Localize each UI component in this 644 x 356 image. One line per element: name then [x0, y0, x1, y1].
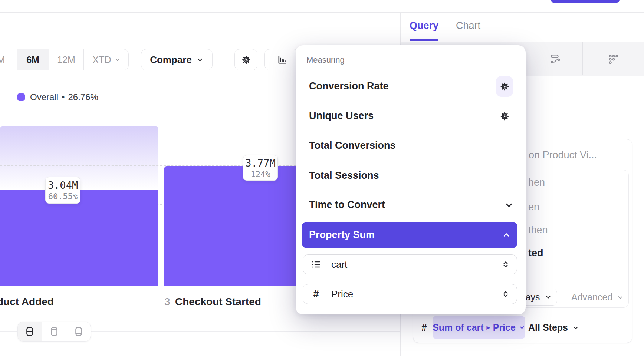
bar-chart-icon [277, 55, 287, 65]
step-number: 3 [164, 296, 170, 308]
tab-query[interactable]: Query [410, 20, 438, 32]
funnel-bar-product-added[interactable] [0, 190, 158, 286]
sort-chevrons-icon [501, 290, 510, 299]
chevron-down-icon[interactable] [504, 200, 514, 210]
hash-icon: # [310, 289, 322, 300]
funnel-value: 3.04M [48, 179, 78, 191]
topbar-divider [0, 12, 644, 13]
step-label-product-added: duct Added [0, 296, 54, 308]
legend-series-name: Overall [30, 92, 58, 102]
step-row-fragment: hen [528, 177, 545, 188]
chart-type-button[interactable] [264, 49, 299, 70]
sort-chevrons-icon [501, 260, 510, 269]
chevron-down-icon [545, 294, 552, 300]
primary-action-button[interactable] [551, 0, 620, 3]
panel-top-icon [49, 326, 60, 337]
advanced-button[interactable]: Advanced [571, 292, 624, 303]
metrics-view-button[interactable] [608, 53, 619, 65]
time-range-option-12m[interactable]: 12M [49, 49, 83, 70]
active-tab-indicator [410, 39, 438, 41]
layout-toggle-group [17, 322, 91, 342]
all-steps-label: All Steps [528, 322, 568, 333]
dot-grid-icon [608, 53, 619, 65]
time-range-label: M [0, 55, 5, 65]
time-range-label: 6M [26, 55, 39, 65]
gear-icon [500, 111, 510, 121]
legend-swatch [17, 93, 25, 101]
step-row-fragment: then [528, 224, 548, 236]
menu-item-conversion-rate[interactable]: Conversion Rate [309, 78, 389, 94]
chip-property-field: Price [493, 322, 516, 333]
compare-button[interactable]: Compare [141, 49, 213, 70]
step-label-checkout-started: Checkout Started [175, 296, 261, 308]
unique-users-settings-button[interactable] [496, 106, 513, 126]
chart-legend[interactable]: Overall • 26.76% [17, 92, 98, 102]
advanced-label: Advanced [571, 292, 612, 303]
chip-property-name: Sum of cart [433, 322, 484, 333]
excluded-step-title[interactable]: on Product Vi... [529, 149, 597, 161]
step-row-fragment: en [528, 201, 539, 213]
app-window: M 6M 12M XTD Compare [0, 0, 644, 356]
chevron-down-icon [114, 56, 121, 63]
funnel-value-tooltip[interactable]: 3.77M 124% [243, 155, 278, 181]
tab-chart[interactable]: Chart [456, 20, 480, 32]
gear-icon [500, 82, 510, 92]
chevron-down-icon [617, 294, 624, 301]
chip-separator: ▸ [487, 323, 490, 332]
time-range-label: 12M [57, 55, 75, 65]
time-range-label: XTD [93, 55, 111, 65]
time-range-option-m[interactable]: M [0, 49, 17, 70]
chart-settings-button[interactable] [234, 49, 257, 70]
chevron-up-icon [502, 231, 511, 240]
compare-label: Compare [150, 54, 192, 66]
all-steps-selector[interactable]: All Steps [528, 322, 579, 333]
measurement-type-glyph: # [421, 322, 427, 334]
property-sum-chip[interactable]: Sum of cart ▸ Price [433, 316, 525, 339]
dropdown-header: Measuring [306, 55, 345, 65]
time-range-segmented-control: M 6M 12M XTD [0, 49, 129, 70]
measuring-dropdown: Measuring Conversion Rate Unique Users [296, 45, 526, 314]
layout-panel-top-button[interactable] [42, 322, 66, 341]
panel-bottom-icon [73, 326, 84, 337]
funnel-value: 3.77M [245, 157, 275, 169]
funnel-percent: 60.55% [48, 192, 78, 201]
chevron-down-icon [196, 56, 204, 63]
legend-text: Overall • 26.76% [30, 92, 98, 102]
menu-item-time-to-convert[interactable]: Time to Convert [309, 197, 385, 213]
list-icon [310, 259, 322, 270]
funnel-percent: 124% [251, 169, 270, 179]
toolbar-cell-divider [582, 42, 583, 75]
conversion-rate-settings-button[interactable] [496, 76, 513, 97]
split-horizontal-icon [24, 326, 35, 337]
property-select-cart[interactable]: cart [303, 254, 517, 274]
time-range-option-6m[interactable]: 6M [17, 49, 49, 70]
step-row-fragment: ted [528, 247, 543, 259]
chevron-down-icon [519, 324, 525, 331]
legend-overall-value: 26.76% [68, 92, 98, 102]
chevron-down-icon [572, 324, 579, 331]
table-top-divider [282, 355, 400, 355]
property-sum-label: Property Sum [309, 229, 375, 241]
layout-panel-bottom-button[interactable] [66, 322, 91, 341]
flows-icon [550, 53, 561, 65]
layout-split-horizontal-button[interactable] [18, 322, 42, 341]
legend-separator: • [62, 92, 65, 102]
gear-icon [241, 55, 251, 65]
menu-item-unique-users[interactable]: Unique Users [309, 108, 374, 124]
property-field-name: Price [331, 289, 353, 300]
time-range-option-xtd[interactable]: XTD [83, 49, 129, 70]
conversion-window-label: lays [523, 292, 540, 303]
flows-view-button[interactable] [550, 53, 561, 65]
property-name: cart [331, 259, 347, 270]
menu-item-total-conversions[interactable]: Total Conversions [309, 137, 396, 154]
property-select-price[interactable]: # Price [303, 284, 517, 304]
menu-item-property-sum-selected[interactable]: Property Sum [302, 222, 518, 248]
funnel-value-tooltip[interactable]: 3.04M 60.55% [45, 177, 80, 204]
menu-item-total-sessions[interactable]: Total Sessions [309, 167, 379, 184]
